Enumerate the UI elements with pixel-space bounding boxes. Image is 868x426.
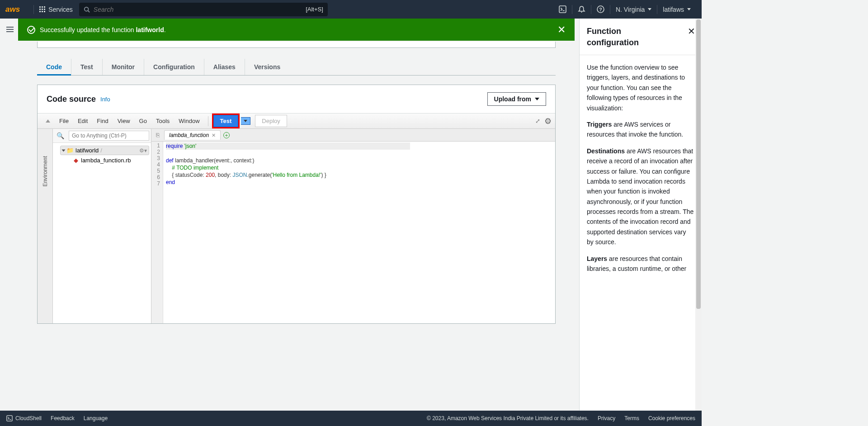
copyright: © 2023, Amazon Web Services India Privat… <box>427 415 589 421</box>
side-nav-toggle[interactable] <box>6 25 14 33</box>
tab-configuration[interactable]: Configuration <box>144 59 204 75</box>
folder-name: latifworld <box>75 147 99 154</box>
help-close-button[interactable]: ✕ <box>688 26 695 37</box>
collapse-triangle-icon[interactable] <box>46 119 50 123</box>
file-tree-panel: 🔍 📁 latifworld / ⚙▾ <box>53 129 151 323</box>
fullscreen-icon[interactable]: ⤢ <box>535 118 540 124</box>
divider <box>580 55 702 55</box>
help-icon[interactable]: ? <box>591 5 610 14</box>
code-source-panel: Code source Info Upload from File Edit F… <box>37 85 556 324</box>
ide: File Edit Find View Go Tools Window Test… <box>38 113 555 323</box>
svg-point-0 <box>85 7 89 11</box>
test-button[interactable]: Test <box>213 115 239 127</box>
help-title-2: configuration <box>587 38 694 47</box>
help-title-1: Function <box>587 27 694 36</box>
tab-code[interactable]: Code <box>37 59 71 75</box>
services-menu[interactable]: Services <box>39 6 73 13</box>
line-gutter: 1234567 <box>151 142 163 323</box>
editor-tabs: ⎘ lambda_function ✕ + <box>151 129 555 142</box>
divider <box>33 5 34 14</box>
region-selector[interactable]: N. Virginia <box>610 5 657 14</box>
cloudshell-icon[interactable] <box>553 5 572 14</box>
menu-window[interactable]: Window <box>174 118 204 124</box>
gear-icon[interactable]: ⚙ <box>544 116 552 126</box>
chevron-down-icon <box>244 120 247 122</box>
help-paragraph: Layers are resources that contain librar… <box>587 254 694 274</box>
divider <box>208 116 208 126</box>
tab-monitor[interactable]: Monitor <box>103 59 144 75</box>
panel-title: Code source <box>47 95 96 104</box>
footer: CloudShell Feedback Language © 2023, Ama… <box>0 411 702 426</box>
flash-function-name: latifworld <box>136 26 164 33</box>
tree-file-row[interactable]: ◆ lambda_function.rb <box>55 155 149 166</box>
upload-from-button[interactable]: Upload from <box>487 92 546 106</box>
grid-icon <box>39 6 46 13</box>
check-circle-icon <box>27 26 35 34</box>
search-icon <box>84 6 90 13</box>
region-label: N. Virginia <box>616 6 645 13</box>
code-editor[interactable]: 1234567 require 'json' def lambda_handle… <box>151 142 555 323</box>
folder-icon: 📁 <box>66 147 74 154</box>
top-navigation: aws Services [Alt+S] ? N. Virginia latif… <box>0 0 702 19</box>
svg-line-1 <box>88 10 90 12</box>
tab-test[interactable]: Test <box>71 59 103 75</box>
close-icon[interactable]: ✕ <box>212 133 216 138</box>
scrollbar-thumb[interactable] <box>696 19 701 309</box>
language-link[interactable]: Language <box>84 415 108 421</box>
tab-aliases[interactable]: Aliases <box>204 59 245 75</box>
chevron-down-icon <box>648 8 651 10</box>
svg-point-4 <box>581 12 582 13</box>
flash-success: Successfully updated the function latifw… <box>18 19 575 41</box>
menu-find[interactable]: Find <box>92 118 113 124</box>
menu-tools[interactable]: Tools <box>151 118 174 124</box>
cookie-prefs-link[interactable]: Cookie preferences <box>648 415 695 421</box>
feedback-link[interactable]: Feedback <box>51 415 75 421</box>
tab-list-icon[interactable]: ⎘ <box>154 131 161 139</box>
help-paragraph: Triggers are AWS services or resources t… <box>587 119 694 140</box>
editor-tab[interactable]: lambda_function ✕ <box>164 130 221 140</box>
gear-icon[interactable]: ⚙▾ <box>139 147 147 154</box>
environment-tab[interactable]: Environment <box>42 156 48 186</box>
test-button-highlight: Test <box>212 114 240 128</box>
notifications-icon[interactable] <box>572 5 591 14</box>
menu-go[interactable]: Go <box>135 118 151 124</box>
privacy-link[interactable]: Privacy <box>598 415 615 421</box>
panel-header: Code source Info Upload from <box>38 85 555 113</box>
code-content[interactable]: require 'json' def lambda_handler(event:… <box>163 142 413 323</box>
account-menu[interactable]: latifaws <box>657 5 696 14</box>
cloudshell-button[interactable]: CloudShell <box>6 415 42 421</box>
help-paragraph: Use the function overview to see trigger… <box>587 62 694 113</box>
window-scrollbar[interactable] <box>695 19 702 411</box>
ide-sidebar-tabs: Environment <box>38 129 53 323</box>
flash-message: Successfully updated the function latifw… <box>40 26 166 33</box>
aws-logo-text: aws <box>5 5 20 14</box>
terms-link[interactable]: Terms <box>624 415 639 421</box>
flash-prefix: Successfully updated the function <box>40 26 136 33</box>
chevron-down-icon <box>535 98 539 100</box>
chevron-down-icon <box>687 8 691 10</box>
search-input[interactable] <box>94 6 306 13</box>
info-link[interactable]: Info <box>100 96 110 103</box>
file-name: lambda_function.rb <box>81 157 131 164</box>
goto-row: 🔍 <box>53 129 151 143</box>
ide-menubar: File Edit Find View Go Tools Window Test… <box>38 114 555 129</box>
ide-right-icons: ⤢ ⚙ <box>535 116 552 126</box>
aws-logo[interactable]: aws <box>5 5 20 14</box>
flash-suffix: . <box>164 26 166 33</box>
search-icon[interactable]: 🔍 <box>55 132 66 139</box>
services-label: Services <box>48 6 73 13</box>
menu-edit[interactable]: Edit <box>73 118 92 124</box>
tab-versions[interactable]: Versions <box>245 59 289 75</box>
account-label: latifaws <box>663 6 684 13</box>
new-tab-button[interactable]: + <box>223 132 230 138</box>
flash-close-button[interactable]: ✕ <box>557 24 566 36</box>
chevron-down-icon <box>62 149 66 151</box>
test-dropdown[interactable] <box>241 117 250 125</box>
menu-view[interactable]: View <box>113 118 135 124</box>
goto-input[interactable] <box>69 131 149 141</box>
global-search[interactable]: [Alt+S] <box>79 3 328 16</box>
help-paragraph: Destinations are AWS resources that rece… <box>587 146 694 247</box>
tree-folder-row[interactable]: 📁 latifworld / ⚙▾ <box>60 146 149 155</box>
svg-text:?: ? <box>599 7 602 12</box>
menu-file[interactable]: File <box>55 118 73 124</box>
